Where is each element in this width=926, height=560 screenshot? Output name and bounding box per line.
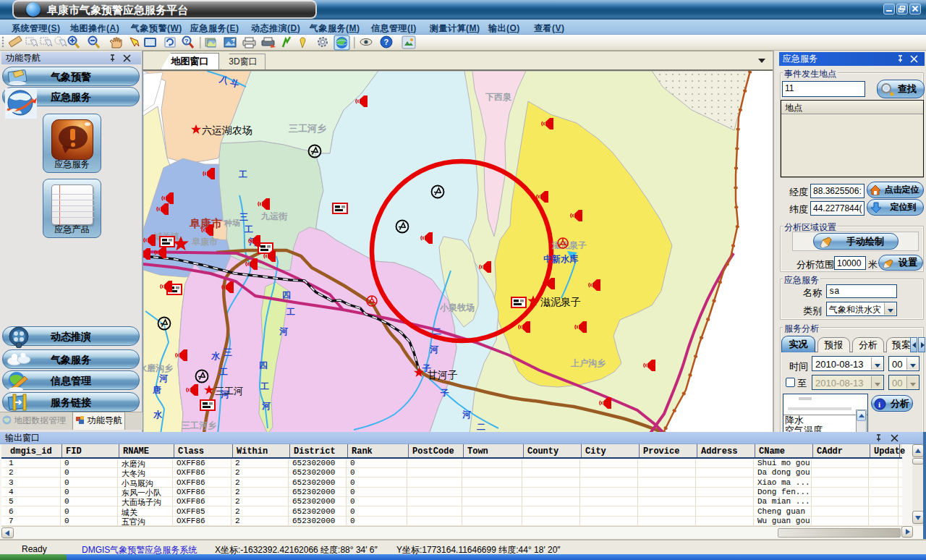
svg-text:工: 工 — [286, 307, 295, 317]
svg-text:i: i — [878, 400, 880, 409]
svg-text:?: ? — [384, 38, 389, 46]
svg-text:河: 河 — [262, 401, 271, 411]
svg-text:河: 河 — [159, 373, 168, 383]
svg-text:三: 三 — [224, 347, 232, 357]
svg-text:子: 子 — [440, 388, 449, 398]
svg-text:滋泥泉子: 滋泥泉子 — [540, 296, 581, 307]
svg-text:水: 水 — [153, 410, 163, 420]
svg-text:种场: 种场 — [224, 219, 240, 227]
svg-text:阜康市: 阜康市 — [191, 237, 218, 247]
svg-text:三工河: 三工河 — [215, 386, 243, 396]
svg-text:小泉牧场: 小泉牧场 — [439, 302, 475, 313]
svg-text:甘河子: 甘河子 — [428, 369, 458, 381]
svg-text:河: 河 — [279, 326, 288, 336]
svg-text:四: 四 — [282, 290, 291, 300]
svg-text:水: 水 — [211, 351, 221, 361]
svg-text:下西泉: 下西泉 — [485, 92, 511, 102]
svg-text:六运湖农场: 六运湖农场 — [202, 124, 252, 136]
svg-text:阜康市: 阜康市 — [189, 217, 222, 229]
svg-text:工: 工 — [244, 224, 253, 234]
svg-text:?: ? — [184, 38, 189, 45]
svg-text:工: 工 — [238, 169, 247, 179]
svg-text:工: 工 — [260, 381, 269, 391]
svg-text:三: 三 — [239, 212, 248, 222]
svg-text:工: 工 — [218, 367, 228, 377]
svg-text:九运街: 九运街 — [260, 211, 288, 221]
svg-text:河: 河 — [430, 344, 438, 355]
svg-text:滋泥泉子: 滋泥泉子 — [551, 240, 587, 250]
svg-text:四: 四 — [259, 360, 268, 370]
svg-text:中新水库: 中新水库 — [543, 254, 579, 264]
svg-text:三工河乡: 三工河乡 — [289, 123, 326, 134]
svg-text:上户沟乡: 上户沟乡 — [570, 358, 606, 368]
svg-text:河: 河 — [462, 410, 471, 420]
svg-text:二: 二 — [433, 326, 441, 336]
svg-text:水磨沟乡: 水磨沟乡 — [143, 363, 173, 373]
svg-text:二: 二 — [477, 422, 485, 432]
svg-text:唐: 唐 — [152, 385, 161, 395]
svg-text:三工河乡: 三工河乡 — [182, 420, 216, 430]
